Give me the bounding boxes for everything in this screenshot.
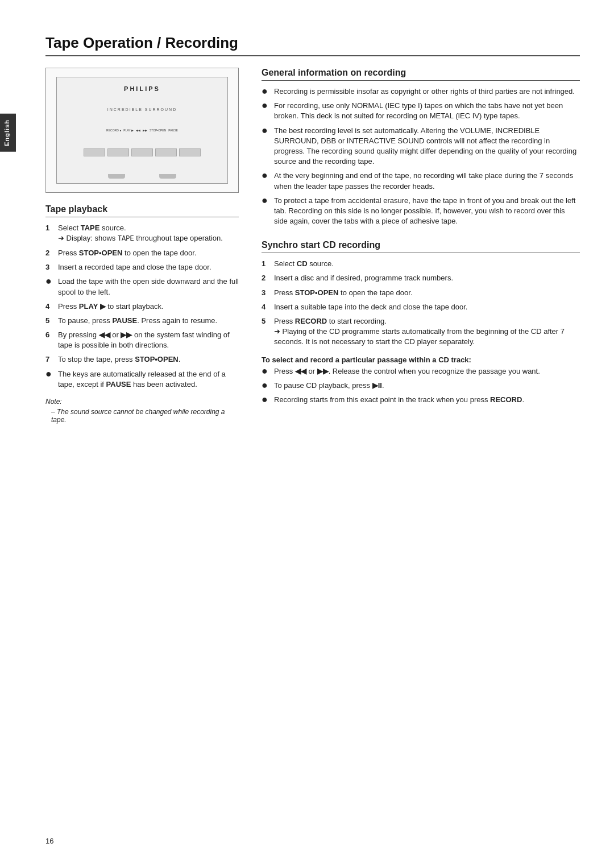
bullet-1: ● [262, 86, 269, 97]
synchro-num-3: 3 [262, 288, 269, 298]
page-container: English Tape Operation / Recording PHILI… [0, 0, 614, 868]
step-3-content: Insert a recorded tape and close the tap… [58, 262, 211, 272]
general-2-content: For recording, use only NORMAL (IEC type… [274, 101, 580, 121]
step-1-content: Select TAPE source. ➜ Display: shows TAP… [58, 223, 223, 244]
tape-step-5: 5 To pause, press PAUSE. Press again to … [45, 316, 239, 326]
step-num-6: 6 [45, 330, 53, 350]
btn-record: RECORD ● [106, 129, 121, 132]
left-column: PHILIPS INCREDIBLE SURROUND RECORD ● PLA… [45, 68, 239, 424]
synchro-num-1: 1 [262, 259, 269, 269]
general-bullet-3: ● The best recording level is set automa… [262, 126, 580, 167]
synchro-sub-b2: ● [262, 380, 269, 391]
tape-step-3: 3 Insert a recorded tape and close the t… [45, 262, 239, 272]
synchro-sub-3-content: Recording starts from this exact point i… [274, 395, 524, 405]
note-section: Note: – The sound source cannot be chang… [45, 398, 239, 424]
general-3-content: The best recording level is set automati… [274, 126, 580, 167]
synchro-heading: Synchro start CD recording [262, 240, 580, 253]
bullet-load: ● [45, 276, 53, 297]
device-inner: PHILIPS INCREDIBLE SURROUND RECORD ● PLA… [56, 77, 228, 184]
general-info-heading: General information on recording [262, 68, 580, 81]
synchro-subheading: To select and record a particular passag… [262, 356, 580, 364]
device-subtitle: INCREDIBLE SURROUND [107, 108, 177, 111]
synchro-num-5: 5 [262, 316, 269, 348]
device-foot-right [159, 174, 176, 179]
general-1-content: Recording is permissible insofar as copy… [274, 86, 575, 97]
tape-step-2: 2 Press STOP•OPEN to open the tape door. [45, 248, 239, 258]
device-slot-1 [84, 148, 105, 156]
device-slot-2 [107, 148, 129, 156]
device-feet [108, 174, 176, 179]
tape-bullet-auto: ● The keys are automatically released at… [45, 369, 239, 390]
step-num-1: 1 [45, 223, 53, 244]
tape-step-4: 4 Press PLAY ▶ to start playback. [45, 301, 239, 312]
sidebar-english-label: English [0, 114, 16, 152]
step-4-content: Press PLAY ▶ to start playback. [58, 301, 164, 312]
bullet-3: ● [262, 125, 269, 167]
synchro-sub-bullet-3: ● Recording starts from this exact point… [262, 395, 580, 405]
right-column: General information on recording ● Recor… [256, 68, 580, 424]
synchro-step-3: 3 Press STOP•OPEN to open the tape door. [262, 288, 580, 298]
synchro-3-content: Press STOP•OPEN to open the tape door. [274, 288, 413, 298]
device-slot-5 [179, 148, 201, 156]
step-1-arrow: ➜ [58, 234, 64, 242]
device-slot-4 [155, 148, 177, 156]
device-buttons-row: RECORD ● PLAY ▶ ◀◀ ▶▶ STOP•OPEN PAUSE [61, 129, 223, 132]
general-bullet-4: ● At the very beginning and end of the t… [262, 171, 580, 191]
auto-content: The keys are automatically released at t… [58, 369, 239, 390]
tape-playback-section: Tape playback 1 Select TAPE source. ➜ Di… [45, 204, 239, 424]
device-foot-left [108, 174, 125, 179]
bullet-5: ● [262, 195, 269, 227]
synchro-sub-2-content: To pause CD playback, press ▶II. [274, 381, 384, 391]
synchro-step-1: 1 Select CD source. [262, 259, 580, 269]
synchro-sub-list: ● Press ◀◀ or ▶▶. Release the control wh… [262, 366, 580, 406]
load-content: Load the tape with the open side downwar… [58, 276, 239, 297]
device-slot-3 [131, 148, 153, 156]
btn-pause: PAUSE [168, 129, 178, 132]
device-slots [61, 148, 223, 156]
synchro-5-content: Press RECORD to start recording. ➜ Playi… [274, 316, 580, 348]
tape-step-1: 1 Select TAPE source. ➜ Display: shows T… [45, 223, 239, 244]
synchro-section: Synchro start CD recording 1 Select CD s… [262, 240, 580, 405]
device-brand: PHILIPS [124, 85, 160, 92]
step-2-content: Press STOP•OPEN to open the tape door. [58, 248, 197, 258]
step-num-3: 3 [45, 262, 53, 272]
synchro-sub-b3: ● [262, 394, 269, 405]
synchro-list: 1 Select CD source. 2 Insert a disc and … [262, 259, 580, 347]
general-bullet-2: ● For recording, use only NORMAL (IEC ty… [262, 101, 580, 121]
synchro-step-5: 5 Press RECORD to start recording. ➜ Pla… [262, 316, 580, 348]
step-7-content: To stop the tape, press STOP•OPEN. [58, 354, 180, 365]
general-bullet-5: ● To protect a tape from accidental eras… [262, 196, 580, 227]
device-illustration: PHILIPS INCREDIBLE SURROUND RECORD ● PLA… [45, 68, 239, 193]
synchro-num-4: 4 [262, 302, 269, 312]
page-number: 16 [45, 837, 53, 845]
synchro-sub-bullet-2: ● To pause CD playback, press ▶II. [262, 381, 580, 391]
synchro-subheading-container: To select and record a particular passag… [262, 356, 580, 406]
synchro-sub-1-content: Press ◀◀ or ▶▶. Release the control when… [274, 366, 540, 377]
synchro-1-content: Select CD source. [274, 259, 334, 269]
btn-rew: ◀◀ [136, 129, 140, 132]
synchro-sub-bullet-1: ● Press ◀◀ or ▶▶. Release the control wh… [262, 366, 580, 377]
note-title: Note: [45, 398, 239, 406]
bullet-2: ● [262, 100, 269, 121]
synchro-sub-b1: ● [262, 366, 269, 377]
tape-bullet-load: ● Load the tape with the open side downw… [45, 276, 239, 297]
synchro-4-content: Insert a suitable tape into the deck and… [274, 302, 467, 312]
step-num-7: 7 [45, 354, 53, 365]
bullet-4: ● [262, 170, 269, 191]
step-num-2: 2 [45, 248, 53, 258]
note-text: – The sound source cannot be changed whi… [45, 408, 239, 424]
general-5-content: To protect a tape from accidental erasur… [274, 196, 580, 227]
synchro-2-content: Insert a disc and if desired, programme … [274, 273, 453, 283]
synchro-5-arrow: ➜ [274, 327, 280, 336]
step-num-4: 4 [45, 301, 53, 312]
tape-step-6: 6 By pressing ◀◀ or ▶▶ on the system fas… [45, 330, 239, 350]
btn-play: PLAY ▶ [123, 129, 134, 132]
content-grid: PHILIPS INCREDIBLE SURROUND RECORD ● PLA… [45, 68, 580, 424]
synchro-step-2: 2 Insert a disc and if desired, programm… [262, 273, 580, 283]
general-info-list: ● Recording is permissible insofar as co… [262, 86, 580, 226]
page-title: Tape Operation / Recording [45, 34, 580, 56]
general-bullet-1: ● Recording is permissible insofar as co… [262, 86, 580, 97]
synchro-step-4: 4 Insert a suitable tape into the deck a… [262, 302, 580, 312]
step-6-content: By pressing ◀◀ or ▶▶ on the system fast … [58, 330, 239, 350]
btn-stop: STOP•OPEN [150, 129, 166, 132]
